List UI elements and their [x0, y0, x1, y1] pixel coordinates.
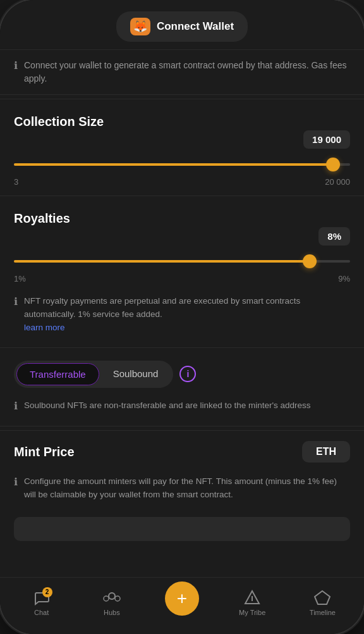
svg-marker-5: [315, 591, 330, 604]
soulbound-circle-icon: ℹ: [14, 400, 18, 412]
royalties-min: 1%: [14, 274, 26, 283]
svg-point-1: [104, 596, 109, 601]
plus-icon: +: [177, 588, 187, 609]
hubs-label: Hubs: [104, 609, 120, 616]
eth-currency-badge[interactable]: ETH: [302, 441, 350, 463]
divider-1: [0, 99, 364, 99]
mint-price-input[interactable]: [14, 517, 350, 541]
collection-size-section: Collection Size 19 000 3 20 000: [0, 103, 364, 192]
collection-size-max: 20 000: [325, 177, 350, 187]
royalties-slider[interactable]: [14, 254, 350, 269]
mint-price-title: Mint Price: [14, 445, 75, 459]
divider-4: [0, 426, 364, 426]
add-button[interactable]: +: [165, 581, 199, 616]
royalties-thumb[interactable]: [303, 254, 317, 268]
timeline-icon-wrap: [314, 590, 331, 606]
soulbound-info-icon[interactable]: i: [179, 366, 196, 382]
collection-size-slider-container: 19 000: [14, 157, 350, 172]
connect-wallet-info-text: Connect your wallet to generate a smart …: [24, 59, 350, 85]
soulbound-button[interactable]: Soulbound: [100, 363, 171, 385]
chat-badge: 2: [42, 587, 52, 597]
wallet-icon: 🦊: [130, 18, 150, 35]
mint-price-info-text: Configure the amount minters will pay fo…: [24, 475, 350, 502]
transfer-toggle-group: Transferrable Soulbound: [14, 361, 173, 388]
connect-wallet-info: ℹ Connect your wallet to generate a smar…: [0, 50, 364, 95]
collection-size-value: 19 000: [303, 130, 350, 149]
partial-input-area: [0, 511, 364, 547]
soulbound-info-text: Soulbound NFTs are non-transferable and …: [24, 399, 311, 412]
timeline-icon: [314, 590, 331, 606]
slider-thumb[interactable]: [326, 158, 340, 171]
hubs-icon-wrap: [103, 590, 121, 606]
mint-price-info-icon: ℹ: [14, 476, 18, 488]
nav-item-add[interactable]: +: [147, 581, 217, 625]
svg-point-0: [109, 593, 115, 599]
nav-item-hubs[interactable]: Hubs: [76, 590, 147, 616]
royalties-value: 8%: [318, 227, 350, 246]
royalties-info-icon: ℹ: [14, 295, 18, 308]
divider-2: [0, 196, 364, 196]
collection-size-min: 3: [14, 177, 18, 187]
info-icon: ℹ: [14, 59, 18, 71]
royalties-section: Royalties 8% 1% 9%: [0, 200, 364, 289]
slider-track-fill: [14, 163, 333, 166]
soulbound-info-section: ℹ Soulbound NFTs are non-transferable an…: [0, 394, 364, 422]
royalties-title: Royalties: [14, 211, 350, 226]
transfer-toggle-section: Transferrable Soulbound i: [0, 352, 364, 394]
royalties-max: 9%: [338, 274, 350, 283]
timeline-label: Timeline: [310, 609, 336, 616]
collection-size-slider[interactable]: [14, 157, 350, 172]
mint-price-section: Mint Price ETH: [0, 430, 364, 470]
nav-item-tribe[interactable]: My Tribe: [217, 590, 288, 616]
tribe-label: My Tribe: [239, 609, 265, 616]
nav-item-chat[interactable]: 2 Chat: [6, 590, 76, 616]
chat-label: Chat: [34, 609, 49, 616]
bottom-nav: 2 Chat Hubs +: [0, 577, 364, 634]
hubs-icon: [103, 590, 121, 606]
divider-3: [0, 347, 364, 348]
royalties-slider-container: 8%: [14, 254, 350, 269]
royalties-labels: 1% 9%: [14, 274, 350, 283]
royalties-info: ℹ NFT royalty payments are perpetual and…: [0, 289, 364, 344]
royalties-track-fill: [14, 260, 310, 263]
connect-wallet-section: 🦊 Connect Wallet: [0, 0, 364, 50]
mint-price-info: ℹ Configure the amount minters will pay …: [0, 470, 364, 511]
svg-point-2: [115, 596, 120, 601]
collection-size-title: Collection Size: [14, 115, 350, 129]
connect-wallet-button[interactable]: 🦊 Connect Wallet: [116, 11, 248, 42]
collection-size-labels: 3 20 000: [14, 177, 350, 187]
transferrable-button[interactable]: Transferrable: [16, 363, 99, 385]
royalties-info-text: NFT royalty payments are perpetual and a…: [24, 295, 350, 335]
nav-item-timeline[interactable]: Timeline: [288, 590, 358, 616]
learn-more-link[interactable]: learn more: [24, 323, 65, 332]
tribe-icon-wrap: [244, 590, 260, 606]
chat-icon-wrap: 2: [33, 590, 50, 606]
connect-wallet-label: Connect Wallet: [157, 20, 234, 33]
tribe-icon: [244, 590, 260, 606]
